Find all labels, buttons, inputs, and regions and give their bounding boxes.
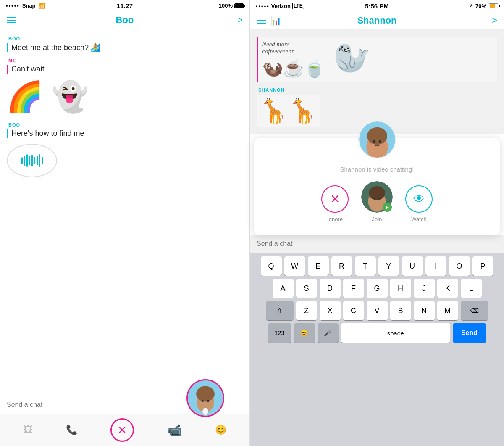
key-j[interactable]: J — [414, 279, 435, 298]
watch-action[interactable]: 👁 Watch — [405, 185, 433, 222]
avatar-image — [188, 380, 223, 416]
key-h[interactable]: H — [390, 279, 411, 298]
key-g[interactable]: G — [367, 279, 388, 298]
hamburger-icon[interactable] — [7, 17, 16, 23]
sender-label-boo-1: BOO — [8, 36, 243, 41]
key-n[interactable]: N — [414, 301, 435, 320]
floating-avatar — [186, 379, 224, 417]
key-z[interactable]: Z — [296, 301, 317, 320]
right-status-left: ••••• Verizon LTE — [256, 3, 304, 9]
key-r[interactable]: R — [331, 256, 352, 276]
key-shift[interactable]: ⇧ — [266, 301, 294, 320]
ignore-label: Ignore — [327, 216, 343, 222]
hamburger-line-2 — [7, 20, 16, 21]
key-l[interactable]: L — [461, 279, 482, 298]
shannon-sender-label: SHANNON — [258, 87, 497, 92]
left-chat-area: BOO Meet me at the beach? 🏄 ME Can't wai… — [0, 29, 249, 396]
key-m[interactable]: M — [437, 301, 458, 320]
close-call-button[interactable]: ✕ — [110, 418, 134, 442]
shannon-avatar-image — [359, 121, 395, 158]
coffee-stickers: 🦦☕🍵 — [262, 58, 325, 78]
svg-point-15 — [378, 198, 381, 200]
key-q[interactable]: Q — [261, 256, 282, 276]
right-battery-icon — [489, 3, 498, 8]
giraffe-sticker-area: 🦒🦒 — [257, 95, 320, 127]
watch-eye-icon: 👁 — [413, 192, 425, 206]
svg-point-14 — [373, 198, 375, 200]
key-delete[interactable]: ⌫ — [461, 301, 488, 320]
location-arrow-icon: ↗ — [469, 3, 473, 9]
key-send[interactable]: Send — [453, 323, 486, 343]
walrus-sticker: 🦭 — [333, 41, 370, 75]
network-type: LTE — [292, 3, 304, 9]
right-nav-title: Shannon — [357, 15, 396, 26]
right-nav-bar: 📊 Shannon > — [250, 12, 504, 30]
battery-icon — [234, 3, 244, 8]
right-nav-chevron[interactable]: > — [492, 15, 497, 26]
emoji-icon[interactable]: 😊 — [215, 425, 226, 435]
key-emoji[interactable]: 😊 — [294, 323, 315, 343]
right-status-right: ↗ 70% — [469, 3, 498, 9]
key-a[interactable]: A — [273, 279, 294, 298]
audio-waveform — [21, 154, 43, 167]
key-t[interactable]: T — [355, 256, 376, 276]
key-b[interactable]: B — [390, 301, 411, 320]
key-f[interactable]: F — [343, 279, 364, 298]
message-1-sender: BOO Meet me at the beach? 🏄 — [7, 36, 243, 52]
key-u[interactable]: U — [402, 256, 423, 276]
key-k[interactable]: K — [437, 279, 458, 298]
key-e[interactable]: E — [308, 256, 329, 276]
key-s[interactable]: S — [296, 279, 317, 298]
keyboard-row-3: ⇧ Z X C V B N M ⌫ — [252, 301, 502, 320]
left-status-bar: ••••• Snap 📶 11:27 100% — [0, 0, 249, 11]
key-y[interactable]: Y — [378, 256, 399, 276]
right-chat-input[interactable] — [257, 240, 497, 248]
right-time: 5:56 PM — [365, 3, 389, 10]
svg-point-13 — [369, 186, 385, 200]
keyboard-row-1: Q W E R T Y U I O P — [252, 256, 502, 276]
phone-icon[interactable]: 📞 — [66, 425, 77, 435]
sender-label-boo-2: BOO — [8, 122, 243, 127]
key-i[interactable]: I — [425, 256, 446, 276]
svg-point-10 — [378, 140, 381, 143]
app-name: Snap — [22, 3, 36, 9]
right-chat-area: Need morecoffeeeeeenn... 🦦☕🍵 🦭 SHANNON 🦒… — [250, 30, 504, 134]
key-v[interactable]: V — [367, 301, 388, 320]
sticker-text: Need morecoffeeeeeenn... — [262, 41, 325, 55]
audio-bubble[interactable] — [7, 144, 57, 177]
key-space[interactable]: space — [341, 323, 450, 343]
right-hamburger-icon[interactable] — [257, 18, 266, 24]
video-camera-icon[interactable]: 📹 — [167, 423, 182, 437]
message-3-sender: BOO Here's how to find me — [7, 122, 243, 138]
key-d[interactable]: D — [320, 279, 341, 298]
ghost-sticker: 👻 — [52, 79, 88, 114]
ignore-circle: ✕ — [321, 185, 349, 213]
left-nav-bar: Boo > — [0, 11, 249, 29]
watch-circle: 👁 — [405, 185, 433, 213]
key-o[interactable]: O — [449, 256, 470, 276]
svg-point-2 — [196, 386, 215, 401]
hamburger-line-1 — [7, 17, 16, 18]
svg-point-9 — [373, 140, 375, 143]
photo-icon[interactable]: 🖼 — [24, 425, 33, 435]
key-123[interactable]: 123 — [268, 323, 291, 343]
video-actions: ✕ Ignore — [321, 181, 433, 222]
right-hamburger-line-2 — [257, 20, 266, 21]
join-action[interactable]: ▶ Join — [361, 181, 393, 222]
carrier-name: Verizon — [271, 3, 291, 9]
message-bubble-2: Can't wait — [7, 65, 243, 74]
keyboard-row-4: 123 😊 🎤 space Send — [252, 323, 502, 343]
key-w[interactable]: W — [284, 256, 305, 276]
key-x[interactable]: X — [320, 301, 341, 320]
key-c[interactable]: C — [343, 301, 364, 320]
sticker-panel: Need morecoffeeeeeenn... 🦦☕🍵 🦭 — [257, 37, 497, 82]
key-mic[interactable]: 🎤 — [318, 323, 339, 343]
right-status-bar: ••••• Verizon LTE 5:56 PM ↗ 70% — [250, 0, 504, 12]
left-nav-chevron[interactable]: > — [237, 15, 243, 26]
chart-icon[interactable]: 📊 — [271, 16, 281, 26]
right-nav-left: 📊 — [257, 16, 281, 26]
key-p[interactable]: P — [472, 256, 494, 276]
right-hamburger-line-3 — [257, 23, 266, 24]
ignore-action[interactable]: ✕ Ignore — [321, 185, 349, 222]
right-hamburger-line-1 — [257, 18, 266, 18]
